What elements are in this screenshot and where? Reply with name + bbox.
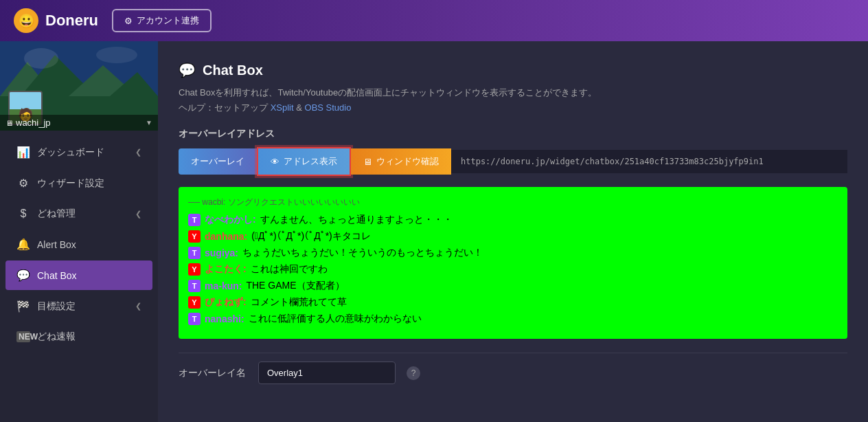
account-link-label: アカウント連携 bbox=[137, 14, 199, 27]
logo-icon: 😀 bbox=[14, 8, 38, 33]
overlay-name-label: オーバーレイ名 bbox=[179, 367, 247, 379]
youtube-icon: Y bbox=[188, 263, 201, 276]
account-link-button[interactable]: ⚙ アカウント連携 bbox=[112, 9, 212, 32]
sidebar-item-label: Chat Box bbox=[37, 270, 141, 281]
chat-message-row: Tma-kun: THE GAME（支配者） bbox=[188, 280, 838, 292]
chat-username: sugiya: bbox=[205, 247, 238, 258]
bell-icon: 🔔 bbox=[16, 238, 30, 251]
chat-message-row: Yぴょねず: コメント欄荒れてて草 bbox=[188, 296, 838, 309]
chat-message-row: Yよこたく: これは神回ですわ bbox=[188, 263, 838, 276]
twitch-icon: T bbox=[188, 313, 201, 325]
sidebar-item-label: どね速報 bbox=[37, 331, 141, 343]
page-title: Chat Box bbox=[203, 63, 263, 78]
dashboard-icon: 📊 bbox=[16, 146, 30, 159]
chat-icon: 💬 bbox=[16, 269, 30, 282]
sidebar-item-chatbox[interactable]: 💬 Chat Box bbox=[5, 260, 152, 290]
chat-text: THE GAME（支配者） bbox=[246, 280, 344, 292]
sidebar-item-dashboard[interactable]: 📊 ダッシュボード ❮ bbox=[5, 137, 152, 167]
section-label: オーバーレイアドレス bbox=[179, 128, 847, 140]
overlay-button[interactable]: オーバーレイ bbox=[179, 148, 257, 175]
youtube-icon: Y bbox=[188, 230, 201, 243]
youtube-icon: Y bbox=[188, 296, 201, 309]
sidebar-item-done[interactable]: $ どね管理 ❮ bbox=[5, 199, 152, 228]
twitch-icon: T bbox=[188, 280, 201, 292]
chat-text: コメント欄荒れてて草 bbox=[251, 296, 347, 309]
chat-messages: Tなべわかし: すんません、ちょっと通りますよっと・・・Ydanhana: (ﾟ… bbox=[188, 214, 838, 325]
user-monitor-icon: 🖥 bbox=[5, 119, 13, 127]
twitch-icon: T bbox=[188, 214, 201, 226]
svg-point-7 bbox=[96, 47, 137, 63]
chat-username: ma-kun: bbox=[205, 280, 242, 291]
link-separator: & bbox=[296, 102, 304, 113]
chat-text: (ﾟДﾟ*)(ﾟДﾟ*)(ﾟДﾟ*)キタコレ bbox=[251, 230, 371, 243]
header: 😀 Doneru ⚙ アカウント連携 bbox=[0, 0, 868, 41]
sidebar-item-label: 目標設定 bbox=[37, 300, 128, 313]
gear-icon: ⚙ bbox=[124, 16, 133, 26]
sidebar-item-done-news[interactable]: NEW どね速報 bbox=[5, 322, 152, 351]
overlay-name-row: オーバーレイ名 ? bbox=[179, 353, 847, 392]
monitor-icon: 🖥 bbox=[363, 157, 372, 167]
page-desc-links: ヘルプ：セットアップ XSplit & OBS Studio bbox=[179, 102, 847, 114]
sidebar-item-label: ダッシュボード bbox=[37, 146, 128, 159]
chat-text: すんません、ちょっと通りますよっと・・・ bbox=[260, 214, 453, 226]
xsplit-link[interactable]: XSplit bbox=[271, 102, 294, 113]
sidebar-item-alertbox[interactable]: 🔔 Alert Box bbox=[5, 230, 152, 259]
sidebar-item-wizard[interactable]: ⚙ ウィザード設定 bbox=[5, 168, 152, 198]
eye-icon: 👁 bbox=[271, 157, 279, 167]
address-bar: オーバーレイ 👁 アドレス表示 🖥 ウィンドウ確認 bbox=[179, 147, 847, 176]
obs-link[interactable]: OBS Studio bbox=[305, 102, 352, 113]
chat-preview: ── wacbi: ソングリクエストいいいいいいいい Tなべわかし: すんません… bbox=[179, 187, 847, 339]
chat-top-bar: ── wacbi: ソングリクエストいいいいいいいい bbox=[188, 197, 838, 208]
sidebar-item-label: どね管理 bbox=[37, 208, 128, 220]
sidebar-item-goals[interactable]: 🏁 目標設定 ❮ bbox=[5, 291, 152, 321]
page-title-area: 💬 Chat Box bbox=[179, 62, 847, 78]
chevron-icon: ❮ bbox=[135, 302, 141, 311]
window-label: ウィンドウ確認 bbox=[376, 155, 439, 168]
logo-text: Doneru bbox=[45, 12, 98, 30]
svg-point-6 bbox=[24, 48, 58, 69]
chat-box-icon: 💬 bbox=[179, 62, 196, 78]
logo-area: 😀 Doneru bbox=[14, 8, 98, 33]
sidebar: 🧑 🖥 wachi_jp ▼ 📊 ダッシュボード ❮ ⚙ ウィザード設定 $ ど… bbox=[0, 41, 158, 422]
page-description: Chat Boxを利用すれば、Twitch/Youtubeの配信画面上にチャット… bbox=[179, 87, 847, 99]
chat-message-row: Tなべわかし: すんません、ちょっと通りますよっと・・・ bbox=[188, 214, 838, 226]
help-text: ヘルプ：セットアップ bbox=[179, 102, 268, 113]
twitch-icon: T bbox=[188, 247, 201, 259]
chat-username: ぴょねず: bbox=[205, 296, 247, 309]
username: wachi_jp bbox=[16, 118, 51, 128]
news-icon: NEW bbox=[16, 331, 30, 342]
chat-username: nanashi: bbox=[205, 313, 244, 324]
chat-username: danhana: bbox=[205, 231, 247, 242]
chat-message-row: Tsugiya: ちょうだいちょうだい！そういうのもっとちょうだい！ bbox=[188, 247, 838, 259]
help-icon[interactable]: ? bbox=[407, 366, 420, 380]
address-display-button[interactable]: 👁 アドレス表示 bbox=[257, 147, 351, 176]
chat-message-row: Tnanashi: これに低評価する人の意味がわからない bbox=[188, 313, 838, 325]
chevron-icon: ❮ bbox=[135, 148, 141, 157]
window-confirm-button[interactable]: 🖥 ウィンドウ確認 bbox=[351, 148, 451, 175]
chat-text: これは神回ですわ bbox=[251, 263, 328, 276]
address-label: アドレス表示 bbox=[284, 155, 337, 168]
goal-icon: 🏁 bbox=[16, 300, 30, 313]
chevron-icon: ❮ bbox=[135, 210, 141, 219]
gear-icon: ⚙ bbox=[16, 177, 30, 190]
main-content: 💬 Chat Box Chat Boxを利用すれば、Twitch/Youtube… bbox=[158, 41, 868, 422]
sidebar-item-label: Alert Box bbox=[37, 239, 141, 250]
sidebar-item-label: ウィザード設定 bbox=[37, 177, 141, 190]
address-url-input[interactable] bbox=[451, 150, 847, 173]
user-name-area[interactable]: 🖥 wachi_jp ▼ bbox=[0, 115, 158, 131]
chat-text: これに低評価する人の意味がわからない bbox=[249, 313, 422, 325]
overlay-name-input[interactable] bbox=[258, 362, 396, 384]
chat-message-row: Ydanhana: (ﾟДﾟ*)(ﾟДﾟ*)(ﾟДﾟ*)キタコレ bbox=[188, 230, 838, 243]
chat-text: ちょうだいちょうだい！そういうのもっとちょうだい！ bbox=[242, 247, 483, 259]
user-area: 🧑 🖥 wachi_jp ▼ bbox=[0, 41, 158, 131]
chat-username: よこたく: bbox=[205, 263, 247, 276]
chat-username: なべわかし: bbox=[205, 214, 256, 226]
chevron-down-icon: ▼ bbox=[146, 119, 152, 126]
main-layout: 🧑 🖥 wachi_jp ▼ 📊 ダッシュボード ❮ ⚙ ウィザード設定 $ ど… bbox=[0, 41, 868, 422]
dollar-icon: $ bbox=[16, 208, 30, 220]
